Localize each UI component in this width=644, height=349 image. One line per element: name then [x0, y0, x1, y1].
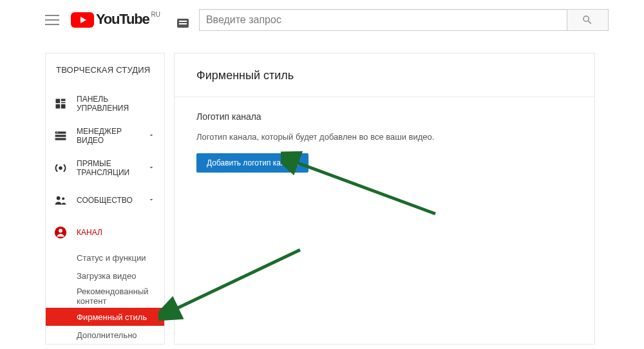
sidebar-item-live[interactable]: ПРЯМЫЕ ТРАНСЛЯЦИИ: [46, 152, 164, 184]
sidebar-item-dashboard[interactable]: ПАНЕЛЬ УПРАВЛЕНИЯ: [46, 88, 164, 120]
sidebar-sub-upload[interactable]: Загрузка видео: [46, 267, 164, 285]
sidebar-sub-featured[interactable]: Рекомендованный контент: [46, 285, 164, 308]
main-panel: Фирменный стиль Логотип канала Логотип к…: [174, 53, 595, 344]
svg-rect-7: [55, 138, 66, 140]
sidebar-item-label: МЕНЕДЖЕР ВИДЕО: [77, 127, 147, 145]
sidebar-title: ТВОРЧЕСКАЯ СТУДИЯ: [46, 65, 164, 88]
content-row: ТВОРЧЕСКАЯ СТУДИЯ ПАНЕЛЬ УПРАВЛЕНИЯ МЕНЕ…: [0, 53, 644, 344]
search-button[interactable]: [567, 9, 609, 31]
search-bar: [199, 9, 609, 31]
youtube-logo[interactable]: YouTube RU: [71, 12, 160, 28]
sidebar-item-label: ПРЯМЫЕ ТРАНСЛЯЦИИ: [77, 159, 147, 177]
sidebar-sub-status[interactable]: Статус и функции: [46, 249, 164, 267]
search-icon: [582, 14, 593, 26]
svg-rect-5: [55, 131, 66, 133]
logo-text: YouTube: [96, 12, 149, 26]
header: YouTube RU: [0, 0, 644, 40]
sidebar: ТВОРЧЕСКАЯ СТУДИЯ ПАНЕЛЬ УПРАВЛЕНИЯ МЕНЕ…: [45, 53, 165, 344]
svg-rect-6: [55, 135, 66, 137]
keyboard-icon[interactable]: [177, 19, 189, 28]
sidebar-item-label: ПАНЕЛЬ УПРАВЛЕНИЯ: [77, 95, 156, 113]
sidebar-item-video-manager[interactable]: МЕНЕДЖЕР ВИДЕО: [46, 120, 164, 152]
main-header: Фирменный стиль: [175, 53, 594, 97]
sidebar-sub-advanced[interactable]: Дополнительно: [46, 326, 164, 344]
sidebar-item-channel[interactable]: КАНАЛ: [46, 216, 164, 249]
main-body: Логотип канала Логотип канала, который б…: [175, 97, 594, 209]
sidebar-item-community[interactable]: СООБЩЕСТВО: [46, 184, 164, 216]
community-icon: [53, 193, 68, 207]
sidebar-item-label: СООБЩЕСТВО: [77, 196, 147, 205]
svg-point-11: [62, 197, 64, 200]
sidebar-sub-branding[interactable]: Фирменный стиль: [46, 308, 164, 326]
svg-point-10: [57, 196, 61, 200]
svg-rect-2: [61, 102, 66, 104]
logo-locale-suffix: RU: [151, 11, 160, 18]
sidebar-item-label: КАНАЛ: [77, 228, 156, 237]
page-title: Фирменный стиль: [196, 69, 573, 82]
svg-rect-4: [61, 104, 66, 109]
svg-rect-0: [56, 99, 61, 104]
svg-point-13: [59, 229, 62, 232]
video-manager-icon: [53, 129, 68, 143]
chevron-down-icon: [147, 131, 156, 140]
chevron-down-icon: [147, 196, 156, 205]
svg-rect-1: [61, 99, 66, 101]
youtube-play-icon: [71, 12, 94, 28]
section-heading: Логотип канала: [196, 111, 573, 122]
chevron-down-icon: [147, 164, 156, 173]
svg-rect-3: [56, 104, 61, 109]
hamburger-menu-button[interactable]: [45, 15, 59, 25]
svg-point-9: [59, 166, 62, 170]
dashboard-icon: [53, 97, 68, 111]
channel-icon: [53, 225, 68, 240]
live-icon: [53, 161, 68, 175]
search-input[interactable]: [199, 9, 567, 31]
section-description: Логотип канала, который будет добавлен в…: [196, 132, 573, 142]
add-logo-button[interactable]: Добавить логотип канала: [196, 153, 308, 173]
